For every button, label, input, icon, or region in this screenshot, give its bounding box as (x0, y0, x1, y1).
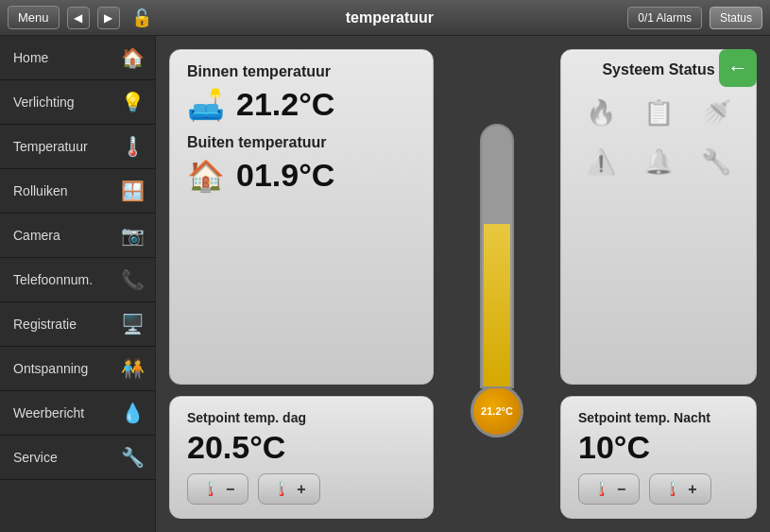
buiten-temp-row: 🏠 01.9°C (187, 157, 416, 194)
thermometer-icon: 🌡️ (119, 135, 145, 158)
setpoint-dag-plus-label: + (297, 481, 305, 498)
setpoint-dag-buttons: 🌡️ − 🌡️ + (187, 473, 416, 505)
setpoint-nacht-buttons: 🌡️ − 🌡️ + (578, 473, 739, 505)
temperature-display-card: Binnen temperatuur 🛋️ 21.2°C Buiten temp… (169, 49, 434, 385)
menu-button[interactable]: Menu (8, 6, 60, 29)
sidebar-item-ontspanning[interactable]: Ontspanning 🧑‍🤝‍🧑 (0, 347, 155, 391)
sidebar-item-temperatuur[interactable]: Temperatuur 🌡️ (0, 125, 155, 169)
alarms-button[interactable]: 0/1 Alarms (627, 7, 702, 29)
setpoint-nacht-plus-label: + (688, 481, 696, 498)
sidebar-label-telefoonnum: Telefoonnum. (13, 272, 93, 287)
setpoint-dag-card: Setpoint temp. dag 20.5°C 🌡️ − 🌡️ + (169, 396, 434, 519)
lock-icon: 🔓 (131, 8, 152, 28)
camera-icon: 📷 (119, 224, 145, 247)
content-area: ← Binnen temperatuur 🛋️ 21.2°C Buiten te… (156, 36, 770, 532)
binnen-temp-row: 🛋️ 21.2°C (187, 86, 416, 123)
service-icon: 🔧 (119, 446, 145, 469)
systeem-icons-grid: 🔥 📋 🚿 ⚠️ 🔔 🔧 (573, 88, 744, 186)
setpoint-dag-minus-label: − (226, 481, 234, 498)
main-area: Home 🏠 Verlichting 💡 Temperatuur 🌡️ Roll… (0, 36, 770, 532)
bell-icon: 🔔 (634, 141, 684, 182)
page-title: temperatuur (160, 9, 621, 26)
setpoint-nacht-value: 10°C (578, 429, 739, 466)
buiten-temp-value: 01.9°C (236, 157, 334, 194)
setpoint-nacht-minus-label: − (617, 481, 625, 498)
sidebar-item-weerbericht[interactable]: Weerbericht 💧 (0, 391, 155, 436)
thermo-plus-icon: 🌡️ (272, 480, 291, 498)
blinds-icon: 🪟 (119, 180, 145, 202)
sidebar-item-service[interactable]: Service 🔧 (0, 436, 155, 480)
thermo-nacht-minus-icon: 🌡️ (592, 480, 611, 498)
boiler-icon: 📋 (634, 92, 684, 133)
warning-icon: ⚠️ (576, 141, 626, 182)
home-icon: 🏠 (119, 46, 145, 69)
topbar: Menu ◀ ▶ 🔓 temperatuur 0/1 Alarms Status (0, 0, 770, 36)
thermometer-tube (480, 124, 514, 388)
thermometer-column: 21.2°C (445, 49, 549, 519)
weather-icon: 💧 (119, 402, 145, 424)
thermometer: 21.2°C (469, 124, 525, 445)
setpoint-dag-minus-button[interactable]: 🌡️ − (187, 473, 248, 505)
monitor-icon: 🖥️ (119, 313, 145, 335)
setpoint-dag-label: Setpoint temp. dag (187, 410, 416, 425)
thermometer-bulb: 21.2°C (471, 385, 523, 438)
relaxation-icon: 🧑‍🤝‍🧑 (119, 357, 145, 380)
sidebar-label-ontspanning: Ontspanning (13, 361, 88, 376)
setpoint-dag-value: 20.5°C (187, 429, 416, 466)
sidebar-item-verlichting[interactable]: Verlichting 💡 (0, 80, 155, 125)
wrench-icon: 🔧 (691, 141, 741, 182)
sidebar-label-temperatuur: Temperatuur (13, 139, 88, 154)
status-button[interactable]: Status (710, 7, 762, 29)
sidebar-item-registratie[interactable]: Registratie 🖥️ (0, 302, 155, 347)
sidebar-label-weerbericht: Weerbericht (13, 405, 84, 420)
shower-icon: 🚿 (691, 92, 741, 133)
sidebar-label-registratie: Registratie (13, 317, 77, 332)
house-icon: 🏠 (187, 158, 225, 194)
thermo-minus-icon: 🌡️ (201, 480, 220, 498)
buiten-label: Buiten temperatuur (187, 134, 416, 151)
sidebar-label-service: Service (13, 450, 58, 465)
back-nav-button[interactable]: ◀ (67, 7, 90, 29)
thermo-nacht-plus-icon: 🌡️ (663, 480, 682, 498)
binnen-temp-value: 21.2°C (236, 86, 334, 123)
sidebar-label-rolluiken: Rolluiken (13, 183, 68, 198)
radiator-icon: 🔥 (576, 92, 626, 133)
forward-nav-button[interactable]: ▶ (97, 7, 120, 29)
setpoint-dag-plus-button[interactable]: 🌡️ + (258, 473, 319, 505)
couch-icon: 🛋️ (187, 87, 225, 123)
setpoint-nacht-card: Setpoint temp. Nacht 10°C 🌡️ − 🌡️ + (560, 396, 757, 519)
light-icon: 💡 (119, 91, 145, 113)
setpoint-nacht-label: Setpoint temp. Nacht (578, 410, 739, 425)
thermometer-bulb-value: 21.2°C (481, 405, 513, 417)
sidebar-item-camera[interactable]: Camera 📷 (0, 214, 155, 258)
sidebar-item-home[interactable]: Home 🏠 (0, 36, 155, 80)
back-button[interactable]: ← (719, 49, 757, 87)
sidebar-item-telefoonnum[interactable]: Telefoonnum. 📞 (0, 258, 155, 302)
sidebar-label-camera: Camera (13, 228, 60, 243)
binnen-label: Binnen temperatuur (187, 63, 416, 80)
setpoint-nacht-minus-button[interactable]: 🌡️ − (578, 473, 640, 505)
sidebar-label-home: Home (13, 50, 48, 65)
setpoint-nacht-plus-button[interactable]: 🌡️ + (649, 473, 710, 505)
systeem-status-card: Systeem Status 🔥 📋 🚿 ⚠️ 🔔 🔧 (560, 49, 757, 385)
sidebar-label-verlichting: Verlichting (13, 94, 75, 110)
phone-icon: 📞 (119, 268, 145, 291)
sidebar: Home 🏠 Verlichting 💡 Temperatuur 🌡️ Roll… (0, 36, 156, 532)
thermometer-fill (484, 224, 510, 386)
sidebar-item-rolluiken[interactable]: Rolluiken 🪟 (0, 169, 155, 214)
